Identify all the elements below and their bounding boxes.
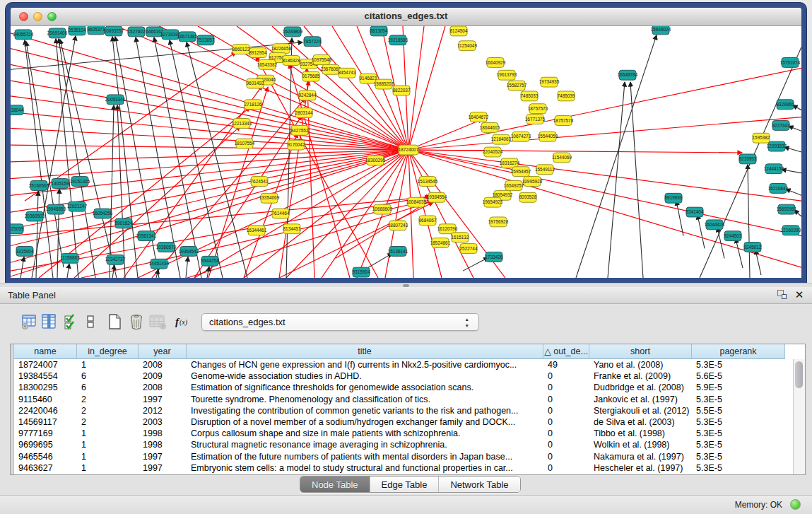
graph-node[interactable]: 10975546: [312, 55, 332, 65]
graph-node[interactable]: 7857224: [304, 37, 322, 47]
graph-node[interactable]: 12444158: [764, 164, 784, 174]
table-row[interactable]: 2242004622012Investigating the contribut…: [14, 405, 794, 416]
graph-node[interactable]: 16344461: [247, 226, 267, 235]
graph-node[interactable]: 16543382: [257, 59, 278, 69]
graph-node[interactable]: 2635104: [69, 26, 86, 35]
table-row[interactable]: 1938455462009Genome-wide association stu…: [14, 370, 794, 382]
column-header-name[interactable]: name: [14, 344, 77, 359]
show-columns-icon[interactable]: [39, 312, 59, 332]
graph-node[interactable]: 18226058: [271, 44, 292, 54]
graph-node[interactable]: 20053346: [105, 95, 126, 105]
graph-node[interactable]: 8093528: [519, 192, 537, 202]
graph-node[interactable]: 18807243: [388, 221, 408, 230]
network-window-titlebar[interactable]: citations_edges.txt: [11, 8, 801, 26]
tab-edge-table[interactable]: Edge Table: [370, 477, 440, 492]
graph-node[interactable]: 19734935: [539, 77, 560, 87]
graph-node[interactable]: 6919930: [665, 193, 683, 203]
graph-node[interactable]: 15751074: [780, 58, 801, 68]
graph-node[interactable]: 16648784: [618, 70, 638, 80]
graph-node[interactable]: 10360579: [156, 243, 177, 252]
graph-node[interactable]: 16771375: [525, 115, 546, 124]
graph-node[interactable]: 10653257: [104, 26, 124, 36]
graph-node[interactable]: 16640929: [486, 58, 506, 68]
graph-node[interactable]: 15136141: [388, 247, 408, 257]
table-vertical-scrollbar[interactable]: [793, 359, 805, 474]
graph-node[interactable]: 14451434: [149, 259, 170, 269]
graph-node[interactable]: 1595382: [753, 133, 770, 143]
graph-node[interactable]: 5901624: [115, 218, 133, 228]
table-row[interactable]: 911546021997Tourette syndrome. Phenomeno…: [14, 394, 794, 405]
graph-node[interactable]: 19364543: [179, 247, 199, 257]
graph-node[interactable]: 10995928: [522, 177, 543, 187]
graph-node[interactable]: 12093832: [767, 141, 787, 151]
graph-node[interactable]: 11544069: [552, 153, 572, 163]
graph-node[interactable]: 19613793: [497, 70, 517, 80]
graph-node[interactable]: 8660123: [233, 45, 250, 54]
graph-node[interactable]: 9025059: [11, 224, 24, 234]
graph-node[interactable]: 15134545: [418, 177, 438, 187]
column-header-pagerank[interactable]: pagerank: [692, 344, 785, 359]
graph-node[interactable]: 9242844: [299, 90, 317, 100]
graph-node[interactable]: 16210643: [768, 184, 789, 194]
column-header-short[interactable]: short: [589, 344, 692, 359]
graph-node[interactable]: 1615132: [452, 233, 469, 243]
graph-node[interactable]: 10084035: [406, 197, 427, 207]
graph-node[interactable]: 15948859: [46, 204, 66, 214]
tab-network-table[interactable]: Network Table: [439, 477, 519, 492]
graph-node[interactable]: 19654923: [483, 197, 503, 207]
graph-node[interactable]: 8134451: [283, 224, 301, 234]
graph-node[interactable]: 9175685: [302, 71, 320, 81]
delete-rows-trash-icon[interactable]: [126, 312, 146, 332]
unselect-columns-icon[interactable]: [81, 312, 100, 332]
graph-node[interactable]: 15954957: [511, 167, 531, 177]
network-view-window[interactable]: citations_edges.txt 24055724206914062635…: [6, 3, 806, 283]
graph-node[interactable]: 9170042: [288, 140, 305, 150]
column-header-title[interactable]: title: [187, 344, 543, 359]
graph-node[interactable]: 2803144: [295, 108, 313, 118]
graph-node[interactable]: 8822037: [393, 86, 411, 95]
graph-node[interactable]: 10688609: [372, 204, 393, 214]
graph-node[interactable]: 16404672: [469, 112, 489, 122]
select-all-columns-icon[interactable]: [61, 312, 81, 332]
graph-hub-node[interactable]: 18724007: [399, 145, 419, 155]
graph-node[interactable]: 24055724: [13, 30, 34, 40]
table-row[interactable]: 1830029562008Estimation of significance …: [14, 382, 794, 393]
tab-node-table[interactable]: Node Table: [300, 477, 370, 492]
graph-node[interactable]: 13354069: [259, 193, 280, 203]
graph-node[interactable]: 9601492: [247, 78, 264, 88]
graph-node[interactable]: 16054256: [93, 209, 113, 218]
graph-node[interactable]: 15649024: [651, 26, 671, 35]
graph-node[interactable]: 9138044: [11, 105, 24, 115]
table-row[interactable]: 1872400712008Changes of HCN gene express…: [14, 359, 794, 370]
graph-node[interactable]: 1527602: [128, 27, 146, 37]
graph-node[interactable]: 15549112: [535, 165, 555, 175]
graph-node[interactable]: 20561341: [136, 231, 157, 241]
graph-node[interactable]: 9244503: [724, 231, 742, 241]
graph-node[interactable]: 12213343: [232, 119, 252, 129]
graph-node[interactable]: 22040524: [483, 147, 503, 157]
graph-node[interactable]: 8427552: [291, 125, 309, 135]
graph-node[interactable]: 18300295: [365, 156, 386, 165]
graph-node[interactable]: 15582757: [507, 81, 527, 90]
table-row[interactable]: 969969511998Structural magnetic resonanc…: [14, 439, 794, 450]
graph-node[interactable]: 8912954: [249, 48, 267, 58]
graph-node[interactable]: 8124504: [450, 26, 468, 36]
graph-node[interactable]: 11254049: [457, 41, 477, 51]
graph-node[interactable]: 8186328: [283, 56, 300, 66]
close-panel-icon[interactable]: ✕: [792, 288, 806, 301]
graph-node[interactable]: 18107554: [235, 139, 255, 148]
new-table-icon[interactable]: [105, 312, 124, 332]
graph-node[interactable]: 11156883: [60, 253, 80, 263]
graph-node[interactable]: 7513057: [197, 35, 215, 45]
table-row[interactable]: 946362711997Embryonic stem cells: a mode…: [14, 462, 794, 474]
graph-node[interactable]: 25160503: [29, 181, 49, 191]
graph-node[interactable]: 9684067: [419, 216, 437, 226]
graph-node[interactable]: 7624541: [251, 177, 269, 187]
graph-node[interactable]: 19384554: [427, 192, 447, 202]
graph-node[interactable]: 18757578: [553, 116, 574, 126]
graph-node[interactable]: 2718126: [245, 100, 262, 110]
graph-node[interactable]: 12621247: [67, 201, 88, 211]
graph-node[interactable]: 7485033: [521, 91, 539, 101]
graph-node[interactable]: 7614464: [272, 209, 290, 218]
graph-node[interactable]: 3315904: [16, 247, 34, 257]
